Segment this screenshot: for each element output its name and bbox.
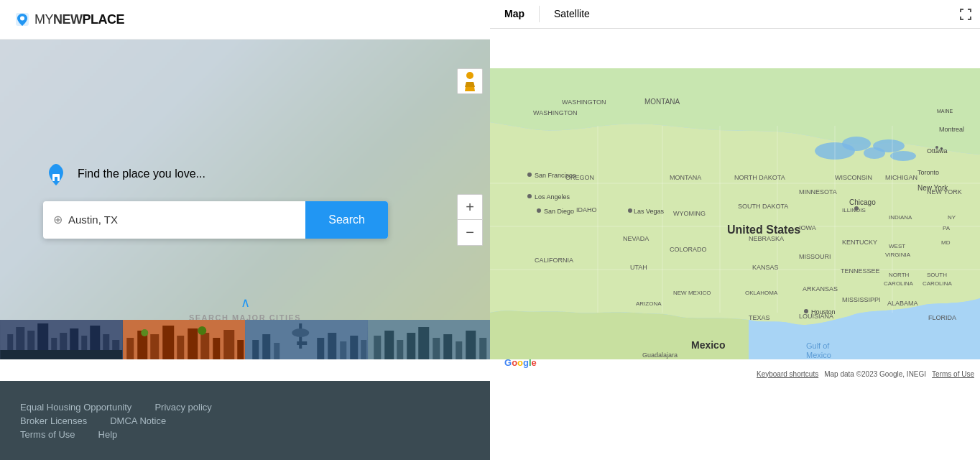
svg-text:Toronto: Toronto <box>917 169 939 176</box>
svg-point-126 <box>537 208 541 213</box>
footer-row-1: Equal Housing Opportunity Privacy policy <box>20 402 470 413</box>
svg-point-32 <box>292 328 309 337</box>
svg-rect-36 <box>274 343 279 359</box>
google-logo: Google <box>504 357 537 368</box>
help-link[interactable]: Help <box>98 429 118 440</box>
tab-satellite[interactable]: Satellite <box>540 0 604 28</box>
fullscreen-icon <box>959 8 972 21</box>
zoom-in-button[interactable]: + <box>457 194 483 220</box>
svg-text:VIRGINIA: VIRGINIA <box>885 252 911 258</box>
svg-text:ARKANSAS: ARKANSAS <box>803 285 838 293</box>
svg-text:UTAH: UTAH <box>630 264 647 271</box>
svg-rect-38 <box>328 333 336 359</box>
svg-text:COLORADO: COLORADO <box>670 246 707 253</box>
map-canvas[interactable]: WASHINGTON OREGON IDAHO CALIFORNIA NEVAD… <box>490 68 980 359</box>
city-thumb-seattle[interactable] <box>245 320 368 359</box>
svg-text:United States: United States <box>727 224 800 236</box>
svg-rect-16 <box>0 350 122 359</box>
svg-rect-18 <box>126 338 134 359</box>
terms-of-use-link[interactable]: Terms of Use <box>20 429 75 440</box>
hero-title-text: Find the place you love... <box>78 167 205 180</box>
svg-rect-56 <box>970 9 971 12</box>
search-input-wrapper: ⊕ <box>43 201 305 239</box>
svg-text:NY: NY <box>948 214 956 221</box>
svg-text:WASHINGTON: WASHINGTON <box>533 109 578 116</box>
map-controls: Map Satellite <box>490 0 980 29</box>
logo[interactable]: MYNEWPLACE <box>14 12 124 27</box>
svg-text:OKLAHOMA: OKLAHOMA <box>745 290 778 296</box>
svg-text:WEST: WEST <box>889 243 905 249</box>
svg-text:CAROLINA: CAROLINA <box>923 280 953 287</box>
svg-text:MICHIGAN: MICHIGAN <box>885 174 917 181</box>
city-thumb-boston[interactable] <box>368 320 491 359</box>
svg-point-66 <box>890 151 916 161</box>
pegman-control[interactable] <box>457 68 483 94</box>
hero-title: Find the place you love... <box>43 161 205 187</box>
search-button[interactable]: Search <box>305 201 388 239</box>
header: MYNEWPLACE <box>0 0 490 40</box>
svg-text:TEXAS: TEXAS <box>749 314 770 321</box>
dmca-notice-link[interactable]: DMCA Notice <box>110 415 166 426</box>
svg-point-1 <box>20 17 24 21</box>
equal-housing-link[interactable]: Equal Housing Opportunity <box>20 402 131 413</box>
svg-text:SOUTH: SOUTH <box>927 272 947 278</box>
svg-text:Chicago: Chicago <box>849 198 876 206</box>
svg-text:PA: PA <box>943 225 951 231</box>
svg-text:San Diego: San Diego <box>544 208 574 215</box>
svg-text:Mexico: Mexico <box>806 351 831 359</box>
svg-rect-49 <box>443 334 452 359</box>
home-icon <box>43 161 69 187</box>
privacy-policy-link[interactable]: Privacy policy <box>154 402 211 413</box>
svg-text:CAROLINA: CAROLINA <box>884 280 914 287</box>
svg-text:San Francisco: San Francisco <box>535 172 576 179</box>
svg-rect-52 <box>479 338 486 359</box>
svg-text:NEVADA: NEVADA <box>623 235 649 242</box>
svg-text:ALABAMA: ALABAMA <box>887 300 918 307</box>
terms-of-use-map[interactable]: Terms of Use <box>932 370 974 378</box>
svg-rect-21 <box>162 326 174 359</box>
svg-text:IDAHO: IDAHO <box>576 206 597 213</box>
keyboard-shortcuts[interactable]: Keyboard shortcuts <box>757 370 818 378</box>
svg-text:NEW MEXICO: NEW MEXICO <box>673 290 711 296</box>
svg-point-141 <box>935 146 938 149</box>
search-input[interactable] <box>68 213 295 226</box>
fullscreen-button[interactable] <box>951 0 980 29</box>
svg-rect-26 <box>223 330 234 359</box>
svg-rect-23 <box>188 328 198 359</box>
svg-text:Las Vegas: Las Vegas <box>634 208 665 215</box>
svg-rect-20 <box>150 334 159 359</box>
svg-text:FLORIDA: FLORIDA <box>928 314 956 321</box>
svg-text:MD: MD <box>941 239 951 246</box>
zoom-out-button[interactable]: − <box>457 220 483 246</box>
svg-rect-54 <box>960 9 961 12</box>
svg-text:Guadalajara: Guadalajara <box>642 351 678 359</box>
city-thumb-chicago[interactable] <box>123 320 246 359</box>
svg-rect-46 <box>407 333 415 359</box>
svg-text:MAINE: MAINE <box>937 109 953 114</box>
footer-row-3: Terms of Use Help <box>20 429 470 440</box>
svg-point-143 <box>466 72 473 79</box>
svg-rect-33 <box>297 341 307 345</box>
svg-rect-34 <box>252 340 259 359</box>
footer: Equal Housing Opportunity Privacy policy… <box>0 381 490 460</box>
broker-licenses-link[interactable]: Broker Licenses <box>20 415 87 426</box>
svg-rect-22 <box>177 336 184 359</box>
svg-text:●: ● <box>940 145 943 152</box>
logo-text: MYNEWPLACE <box>34 12 124 27</box>
svg-rect-45 <box>397 340 403 359</box>
svg-rect-24 <box>200 333 209 359</box>
chevron-up-icon[interactable]: ∧ <box>241 295 250 310</box>
city-thumb-new-york[interactable] <box>0 320 123 359</box>
tab-map[interactable]: Map <box>490 0 539 28</box>
svg-rect-41 <box>361 340 366 359</box>
pegman-icon <box>462 71 478 91</box>
location-icon: ⊕ <box>53 213 63 226</box>
svg-text:IOWA: IOWA <box>799 224 816 231</box>
svg-rect-27 <box>237 340 244 359</box>
svg-rect-39 <box>340 341 346 359</box>
svg-point-28 <box>141 329 148 336</box>
svg-point-132 <box>804 309 808 313</box>
svg-rect-37 <box>317 338 324 359</box>
svg-text:MINNESOTA: MINNESOTA <box>799 188 837 196</box>
svg-point-128 <box>628 208 632 213</box>
